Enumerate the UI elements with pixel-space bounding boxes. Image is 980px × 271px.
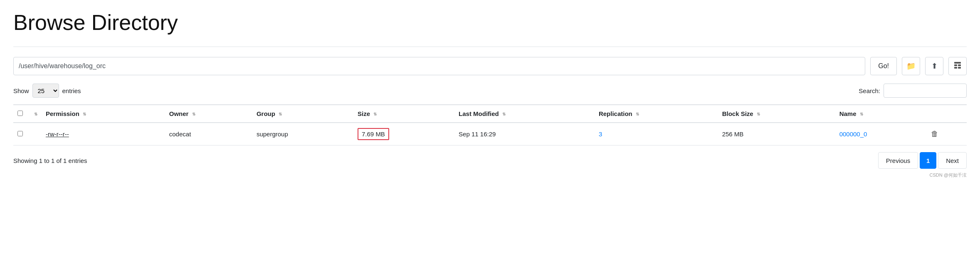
row-delete[interactable]: 🗑 (927, 123, 967, 145)
page-1-button[interactable]: 1 (920, 152, 936, 169)
sort-icon-replication: ⇅ (636, 112, 639, 116)
block-size-value: 256 MB (722, 131, 744, 138)
next-button[interactable]: Next (938, 152, 967, 169)
search-label: Search: (859, 87, 880, 94)
group-value: supergroup (257, 131, 288, 138)
table-icon (954, 62, 961, 71)
controls-row: Show 10 25 50 100 entries Search: (13, 84, 967, 98)
delete-icon: 🗑 (931, 130, 938, 138)
upload-button[interactable]: ⬆ (925, 57, 943, 75)
col-size[interactable]: Size ⇅ (353, 105, 454, 123)
col-replication-label: Replication (599, 110, 632, 117)
row-block-size: 256 MB (718, 123, 835, 145)
pagination-row: Showing 1 to 1 of 1 entries Previous 1 N… (13, 152, 967, 169)
table-row: -rw-r--r-- codecat supergroup 7.69 MB Se… (13, 123, 967, 145)
show-label: Show (13, 87, 29, 94)
sort-icon-global: ⇅ (34, 112, 37, 116)
table-view-button[interactable] (948, 57, 967, 75)
sort-icon-owner: ⇅ (192, 112, 195, 116)
search-input[interactable] (884, 84, 967, 98)
sort-icon-block-size: ⇅ (757, 112, 760, 116)
name-link[interactable]: 000000_0 (839, 131, 867, 138)
row-checkbox[interactable] (17, 131, 23, 136)
row-group: supergroup (252, 123, 353, 145)
show-entries: Show 10 25 50 100 entries (13, 84, 81, 98)
col-last-modified-label: Last Modified (459, 110, 499, 117)
search-row: Search: (859, 84, 967, 98)
last-modified-value: Sep 11 16:29 (459, 131, 496, 138)
col-last-modified[interactable]: Last Modified ⇅ (454, 105, 595, 123)
svg-rect-2 (958, 64, 961, 66)
col-size-label: Size (358, 110, 370, 117)
col-name-label: Name (839, 110, 857, 117)
row-replication: 3 (595, 123, 718, 145)
folder-icon: 📁 (906, 62, 916, 71)
col-block-size-label: Block Size (722, 110, 753, 117)
sort-icon-name: ⇅ (860, 112, 863, 116)
upload-icon: ⬆ (931, 62, 938, 71)
col-name[interactable]: Name ⇅ (835, 105, 927, 123)
showing-text: Showing 1 to 1 of 1 entries (13, 157, 87, 164)
folder-button[interactable]: 📁 (902, 57, 920, 75)
path-input[interactable] (13, 57, 865, 75)
col-owner-label: Owner (169, 110, 189, 117)
col-sort-global[interactable]: ⇅ (28, 105, 42, 123)
divider (13, 47, 967, 47)
go-button[interactable]: Go! (870, 57, 897, 75)
replication-link[interactable]: 3 (599, 131, 602, 138)
col-permission[interactable]: Permission ⇅ (42, 105, 165, 123)
svg-rect-4 (958, 67, 961, 69)
svg-rect-3 (954, 67, 957, 69)
col-owner[interactable]: Owner ⇅ (165, 105, 252, 123)
permission-value: -rw-r--r-- (46, 131, 69, 138)
entries-select[interactable]: 10 25 50 100 (32, 84, 59, 98)
col-checkbox (13, 105, 28, 123)
sort-icon-size: ⇅ (373, 112, 377, 116)
col-group[interactable]: Group ⇅ (252, 105, 353, 123)
col-actions (927, 105, 967, 123)
row-checkbox-cell (13, 123, 28, 145)
file-table: ⇅ Permission ⇅ Owner ⇅ Group ⇅ Size ⇅ La… (13, 104, 967, 145)
col-permission-label: Permission (46, 110, 79, 117)
col-replication[interactable]: Replication ⇅ (595, 105, 718, 123)
select-all-checkbox[interactable] (17, 111, 23, 116)
svg-rect-1 (954, 64, 957, 66)
table-header-row: ⇅ Permission ⇅ Owner ⇅ Group ⇅ Size ⇅ La… (13, 105, 967, 123)
path-bar: Go! 📁 ⬆ (13, 57, 967, 75)
row-size: 7.69 MB (353, 123, 454, 145)
sort-icon-group: ⇅ (279, 112, 282, 116)
watermark: CSDN @何如千泫 (13, 172, 967, 178)
col-block-size[interactable]: Block Size ⇅ (718, 105, 835, 123)
row-owner: codecat (165, 123, 252, 145)
owner-value: codecat (169, 131, 191, 138)
row-permission: -rw-r--r-- (42, 123, 165, 145)
row-name: 000000_0 (835, 123, 927, 145)
previous-button[interactable]: Previous (878, 152, 918, 169)
sort-icon-permission: ⇅ (83, 112, 86, 116)
delete-button[interactable]: 🗑 (931, 130, 938, 138)
col-group-label: Group (257, 110, 275, 117)
row-last-modified: Sep 11 16:29 (454, 123, 595, 145)
row-sort-cell (28, 123, 42, 145)
page-title: Browse Directory (13, 10, 967, 35)
svg-rect-0 (954, 62, 961, 64)
entries-label: entries (62, 87, 81, 94)
size-value: 7.69 MB (358, 128, 389, 140)
sort-icon-last-modified: ⇅ (502, 112, 506, 116)
pagination: Previous 1 Next (878, 152, 967, 169)
